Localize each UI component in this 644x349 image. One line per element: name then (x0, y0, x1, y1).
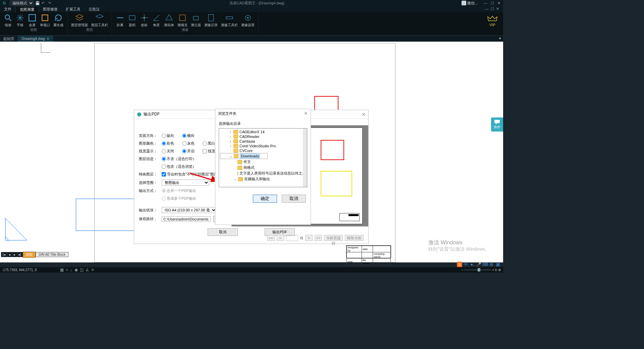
otrack-icon[interactable]: ∠ (86, 267, 89, 272)
layer-toolbar-button[interactable]: 图层工具栏 (90, 13, 110, 28)
model-tab[interactable]: 模型 (23, 252, 36, 258)
menu-view[interactable]: 览图测量 (15, 6, 39, 12)
ime-grid-icon[interactable]: ▦ (495, 262, 500, 267)
tabs-overflow-icon[interactable]: ▾ (497, 36, 503, 42)
close-icon[interactable]: ✕ (497, 1, 500, 5)
measure-elev-button[interactable]: 测立面 (189, 13, 203, 28)
tree-item[interactable]: CVCore (220, 148, 306, 153)
radio-lw-off[interactable]: 关闭 (162, 149, 174, 154)
prev-layout-icon[interactable]: ◂ (7, 252, 12, 257)
page-input[interactable] (286, 235, 298, 241)
mdi-min-icon[interactable]: — (485, 7, 489, 11)
snap-icon[interactable]: ⌗ (66, 267, 68, 272)
ime-chinese[interactable]: 中 (463, 262, 469, 267)
radio-merge[interactable]: 合并一个PDF输出 (162, 188, 196, 193)
grid-icon[interactable]: ▦ (60, 267, 64, 272)
layer-manager-button[interactable]: 图层管理器 (69, 13, 90, 28)
browse-cancel-button[interactable]: 取消 (282, 195, 306, 203)
lw-icon[interactable]: ≡ (91, 267, 94, 272)
angle-button[interactable]: 角度 (150, 13, 162, 28)
zoom-slider[interactable] (464, 269, 491, 270)
dialog-close-icon[interactable]: ✕ (362, 112, 366, 117)
ortho-icon[interactable]: ⟂ (70, 267, 72, 272)
polar-icon[interactable]: ◉ (74, 267, 78, 272)
tree-item[interactable]: 转格式 (220, 165, 306, 170)
undo-icon[interactable]: ↶ (42, 1, 46, 5)
rotate-button[interactable]: 当前页旋转 (324, 235, 343, 241)
save-icon[interactable]: 💾 (35, 1, 39, 5)
measure-entity-button[interactable]: 测实体 (162, 13, 176, 28)
tab-close-icon[interactable]: ✕ (47, 37, 49, 41)
ime-mic-icon[interactable]: 🎤 (476, 262, 481, 267)
radio-lw-on[interactable]: 开启 (182, 149, 195, 154)
last-page-button[interactable]: >> (315, 235, 322, 241)
sogou-icon[interactable]: S (457, 262, 462, 267)
tree-item[interactable]: 文字是人类用符号记录表达信息以传之久远 (220, 170, 306, 176)
tab-drawing[interactable]: Drawing4.dwg✕ (18, 36, 53, 42)
path-input[interactable] (162, 216, 211, 222)
menu-cloud[interactable]: 云批注 (85, 6, 104, 12)
first-layout-icon[interactable]: |◂ (1, 252, 7, 257)
measure-toolbar-button[interactable]: 测量工具栏 (219, 13, 239, 28)
radio-bw[interactable]: 黑白 (203, 141, 215, 146)
ime-punct[interactable]: ●, (470, 262, 475, 267)
collab-floater[interactable]: 协作 (491, 117, 503, 132)
mode-select[interactable]: 编辑模式 (10, 0, 34, 6)
tab-start[interactable]: 起始页 (0, 36, 18, 42)
drawing-canvas[interactable]: designed bydate company name datefile na… (0, 42, 503, 262)
radio-layer-include[interactable]: 包含（适合浏览） (162, 164, 196, 169)
redo-icon[interactable]: ↷ (48, 1, 52, 5)
ok-button[interactable]: 确定 (253, 195, 277, 203)
mdi-max-icon[interactable]: ☐ (491, 7, 494, 11)
pan-button[interactable]: 平移 (14, 13, 26, 28)
settings-icon[interactable]: ⚙ (498, 268, 501, 272)
regen-button[interactable]: 重生成 (52, 13, 65, 28)
tree-item[interactable]: ›CADReader (220, 134, 306, 139)
vip-badge[interactable]: VIP (482, 12, 503, 35)
remove-button[interactable]: 移除当前 (345, 235, 364, 241)
radio-landscape[interactable]: 横向 (182, 133, 195, 138)
cancel-button[interactable]: 取消 (208, 228, 238, 236)
zoom-out-icon[interactable]: − (461, 268, 463, 272)
layout-tab[interactable]: DIN A0 Title Block (36, 252, 68, 257)
ime-keyboard-icon[interactable]: ⌨ (482, 262, 488, 267)
prev-page-button[interactable]: < (277, 235, 284, 241)
measure-settings-button[interactable]: 测量设置 (239, 13, 256, 28)
ime-menu-icon[interactable]: ⊞ (489, 262, 494, 267)
folder-tree[interactable]: ›CADEditorX 14 ›CADReader ›Camtasia ›Cor… (219, 128, 307, 187)
range-select[interactable]: 整图输出 (162, 180, 209, 186)
tree-item[interactable]: ›CADEditorX 14 (220, 130, 306, 134)
last-layout-icon[interactable]: ▸| (17, 252, 23, 257)
radio-layer-exclude[interactable]: 不含（适合打印） (162, 156, 196, 161)
radio-color[interactable]: 彩色 (162, 141, 174, 146)
area-button[interactable]: 面积 (126, 13, 138, 28)
paper-select[interactable]: ISO A4 (210.00 x 297.00 毫米) (162, 207, 217, 213)
zoom-button[interactable]: 缩放 (2, 13, 14, 28)
wechat-button[interactable]: 微信... (462, 1, 478, 6)
browse-titlebar[interactable]: 浏览文件夹 ✕ (215, 109, 311, 118)
fullscreen-button[interactable]: 全屏 (26, 13, 38, 28)
zoom-in-icon[interactable]: + (492, 268, 494, 272)
radio-split[interactable]: 形成多个PDF输出 (162, 196, 196, 201)
tree-item[interactable]: 作文 (220, 159, 306, 165)
coord-button[interactable]: 坐标 (138, 13, 150, 28)
menu-file[interactable]: 文件 (0, 6, 15, 12)
measure-hatch-button[interactable]: 测填充 (176, 13, 189, 28)
next-layout-icon[interactable]: ▸ (12, 252, 17, 257)
distance-button[interactable]: 距离 (114, 13, 126, 28)
first-page-button[interactable]: << (267, 235, 275, 241)
menu-ext[interactable]: 扩展工具 (62, 6, 85, 12)
minimize-icon[interactable]: — (484, 1, 487, 5)
mdi-close-icon[interactable]: ✕ (496, 7, 499, 11)
tree-item[interactable]: ›Camtasia (220, 139, 306, 144)
viewport-button[interactable]: 单视口 (38, 13, 52, 28)
annotation-scale-icon[interactable]: ⎘ (495, 268, 497, 272)
browse-close-icon[interactable]: ✕ (304, 111, 308, 116)
radio-gray[interactable]: 灰色 (182, 141, 195, 146)
maximize-icon[interactable]: ☐ (491, 1, 494, 5)
tree-item[interactable]: ›音频输入和输出 (220, 176, 306, 182)
tree-item-selected[interactable]: ⌄Downloads (220, 153, 268, 159)
radio-portrait[interactable]: 纵向 (162, 133, 174, 138)
next-page-button[interactable]: > (305, 235, 313, 241)
check-special-layer[interactable]: 导出时包含"不可打印图层"图层 (162, 172, 218, 177)
